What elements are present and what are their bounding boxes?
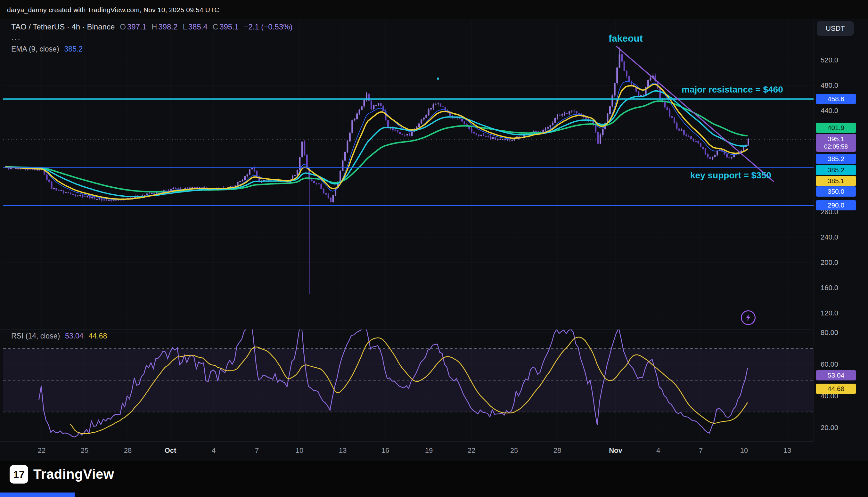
boost-button[interactable] xyxy=(741,310,756,325)
pane-separator[interactable] xyxy=(0,329,813,329)
price-badge: 385.2 xyxy=(816,154,856,164)
time-tick-label: 16 xyxy=(382,446,389,455)
ema-legend[interactable]: EMA (9, close) 385.2 xyxy=(11,45,83,54)
price-change: −2.1 (−0.53%) xyxy=(244,23,293,31)
rsi-badge: 44.68 xyxy=(816,384,856,394)
time-tick-label: 22 xyxy=(38,446,45,455)
ohlc-low: L 385.4 xyxy=(183,23,207,31)
resistance-annotation[interactable]: major resistance = $460 xyxy=(682,85,783,95)
time-tick-label: 7 xyxy=(255,446,259,455)
rsi-legend[interactable]: RSI (14, close) 53.04 44.68 xyxy=(11,332,107,340)
rsi-badge: 53.04 xyxy=(816,370,856,381)
time-tick-label: 10 xyxy=(296,446,303,455)
ohlc-open: O 397.1 xyxy=(120,23,146,31)
price-tick-label: 520.0 xyxy=(821,56,838,65)
price-badge: 350.0 xyxy=(816,186,856,197)
price-chart-canvas[interactable] xyxy=(0,0,868,497)
symbol-legend: TAO / TetherUS · 4h · Binance O 397.1 H … xyxy=(11,23,293,31)
price-tick-label: 240.0 xyxy=(821,233,838,241)
time-tick-label: 7 xyxy=(699,446,703,455)
price-badge: 395.102:05:58 xyxy=(816,134,856,152)
svg-text:17: 17 xyxy=(13,469,25,480)
ohlc-high: H 398.2 xyxy=(152,23,177,31)
time-tick-label: 19 xyxy=(425,446,433,455)
rsi-tick-label: 80.00 xyxy=(821,329,838,337)
price-badge: 385.2 xyxy=(816,165,856,175)
rsi-indicator-value: 53.04 xyxy=(65,332,84,340)
price-badge: 290.0 xyxy=(816,200,856,210)
support-annotation[interactable]: key support = $350 xyxy=(690,170,771,181)
rsi-tick-label: 20.00 xyxy=(821,424,838,432)
time-tick-label: 28 xyxy=(554,446,561,455)
time-tick-label: 4 xyxy=(212,446,216,455)
tradingview-chart-screenshot: darya_danny created with TradingView.com… xyxy=(0,0,868,497)
lightning-icon xyxy=(744,314,752,322)
time-tick-label: 4 xyxy=(656,446,660,455)
time-tick-label: 28 xyxy=(124,446,132,455)
time-tick-label: 22 xyxy=(468,446,475,455)
symbol-title[interactable]: TAO / TetherUS · 4h · Binance xyxy=(11,23,115,31)
time-tick-label: 13 xyxy=(339,446,346,455)
fakeout-annotation[interactable]: fakeout xyxy=(609,33,643,44)
ohlc-close: C 395.1 xyxy=(213,23,239,31)
time-tick-label: Oct xyxy=(165,446,176,455)
time-tick-label: Nov xyxy=(609,446,622,455)
rsi-indicator-label: RSI (14, close) xyxy=(11,332,60,340)
price-tick-label: 160.0 xyxy=(821,284,838,292)
tradingview-wordmark: TradingView xyxy=(33,467,114,482)
bottom-progress-strip xyxy=(0,493,75,497)
tradingview-logo-icon: 17 xyxy=(10,465,28,484)
ema-indicator-value: 385.2 xyxy=(65,45,83,54)
ema-indicator-label: EMA (9, close) xyxy=(11,45,59,54)
price-badge: 401.9 xyxy=(816,123,856,133)
price-badge: 458.6 xyxy=(816,94,856,104)
time-tick-label: 25 xyxy=(81,446,88,455)
indicator-more-menu[interactable]: ... xyxy=(11,32,21,42)
price-tick-label: 200.0 xyxy=(821,258,838,267)
price-tick-label: 480.0 xyxy=(821,81,838,90)
price-badge: 385.1 xyxy=(816,176,856,186)
rsi-ma-value: 44.68 xyxy=(89,332,107,340)
time-axis[interactable]: 222528Oct4710131619222528Nov471013 xyxy=(0,441,813,461)
rsi-tick-label: 60.00 xyxy=(821,360,838,369)
price-tick-label: 120.0 xyxy=(821,309,838,317)
price-axis[interactable]: 520.0480.0440.0280.0240.0200.0160.0120.0… xyxy=(813,20,868,441)
time-tick-label: 25 xyxy=(510,446,518,455)
price-tick-label: 440.0 xyxy=(821,106,838,115)
time-tick-label: 13 xyxy=(783,446,791,455)
footer-brand[interactable]: 17 TradingView xyxy=(10,465,114,484)
dot-annotation xyxy=(437,77,439,80)
time-tick-label: 10 xyxy=(740,446,748,455)
